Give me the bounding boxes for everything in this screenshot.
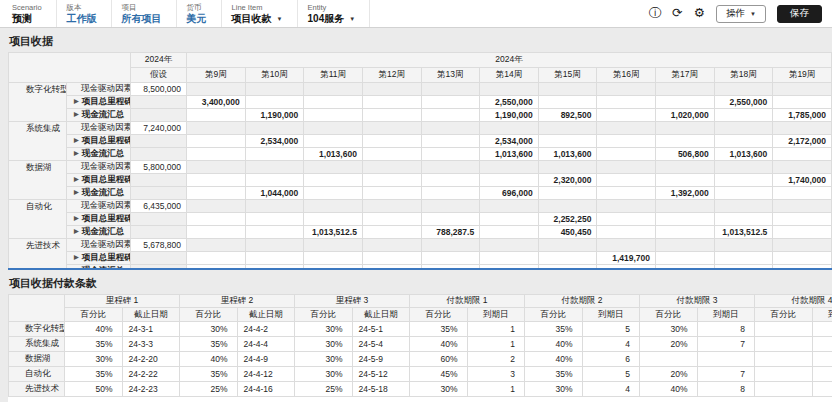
term-cell[interactable]: [755, 322, 813, 337]
week-cell[interactable]: [656, 161, 715, 174]
week-cell[interactable]: [421, 239, 480, 252]
assumption-cell[interactable]: 6,435,000: [131, 200, 187, 213]
week-cell[interactable]: 1,013,600: [304, 148, 363, 161]
week-cell[interactable]: [597, 83, 656, 96]
expand-icon[interactable]: ▶: [74, 137, 79, 143]
week-cell[interactable]: [773, 252, 832, 265]
week-cell[interactable]: [245, 252, 304, 265]
week-cell[interactable]: 2,534,000: [480, 135, 539, 148]
assumption-cell[interactable]: 5,678,800: [131, 239, 187, 252]
week-cell[interactable]: [187, 161, 246, 174]
week-cell[interactable]: 2,550,000: [480, 96, 539, 109]
week-cell[interactable]: [480, 239, 539, 252]
term-cell[interactable]: [755, 352, 813, 367]
week-cell[interactable]: [480, 122, 539, 135]
term-cell[interactable]: 24-4-12: [237, 367, 295, 382]
week-cell[interactable]: [245, 96, 304, 109]
info-icon[interactable]: ⓘ: [649, 7, 662, 20]
week-cell[interactable]: [362, 239, 421, 252]
week-cell[interactable]: [714, 213, 773, 226]
week-cell[interactable]: [538, 200, 597, 213]
term-cell[interactable]: 24-4-16: [237, 382, 295, 397]
week-cell[interactable]: [480, 83, 539, 96]
expand-icon[interactable]: ▶: [74, 111, 79, 117]
expand-icon[interactable]: ▶: [74, 215, 79, 221]
expand-icon[interactable]: ▶: [74, 267, 79, 268]
week-cell[interactable]: [245, 174, 304, 187]
expand-icon[interactable]: ▶: [74, 189, 79, 195]
filter-entity[interactable]: Entity104服务▼: [298, 0, 371, 27]
week-cell[interactable]: 2,252,250: [538, 213, 597, 226]
week-cell[interactable]: [773, 187, 832, 200]
week-cell[interactable]: [773, 122, 832, 135]
term-cell[interactable]: 24-5-18: [352, 382, 410, 397]
term-cell[interactable]: 24-3-1: [122, 322, 180, 337]
term-cell[interactable]: 40%: [525, 337, 583, 352]
expand-icon[interactable]: ▶: [74, 98, 79, 104]
term-cell[interactable]: 30%: [295, 352, 353, 367]
week-cell[interactable]: [421, 174, 480, 187]
term-cell[interactable]: 2: [467, 352, 525, 367]
week-cell[interactable]: [421, 83, 480, 96]
term-cell[interactable]: 24-2-20: [122, 352, 180, 367]
week-cell[interactable]: [187, 83, 246, 96]
assumption-cell[interactable]: 5,800,000: [131, 161, 187, 174]
week-cell[interactable]: [245, 239, 304, 252]
week-cell[interactable]: [597, 109, 656, 122]
week-cell[interactable]: [480, 252, 539, 265]
term-cell[interactable]: 30%: [180, 322, 238, 337]
term-cell[interactable]: [755, 382, 813, 397]
term-cell[interactable]: 25%: [180, 382, 238, 397]
week-cell[interactable]: [362, 122, 421, 135]
term-cell[interactable]: 8: [697, 382, 755, 397]
week-cell[interactable]: [421, 109, 480, 122]
term-cell[interactable]: 1: [467, 337, 525, 352]
week-cell[interactable]: [714, 109, 773, 122]
term-cell[interactable]: 40%: [180, 352, 238, 367]
week-cell[interactable]: [773, 148, 832, 161]
week-cell[interactable]: [245, 83, 304, 96]
week-cell[interactable]: [538, 122, 597, 135]
term-cell[interactable]: 24-5-9: [352, 352, 410, 367]
week-cell[interactable]: 1,190,000: [480, 109, 539, 122]
expand-icon[interactable]: ▶: [74, 228, 79, 234]
week-cell[interactable]: [773, 213, 832, 226]
week-cell[interactable]: [714, 252, 773, 265]
week-cell[interactable]: [597, 148, 656, 161]
term-cell[interactable]: 4: [582, 337, 640, 352]
assumption-cell[interactable]: [131, 252, 187, 265]
term-cell[interactable]: 35%: [410, 322, 468, 337]
week-cell[interactable]: [773, 83, 832, 96]
week-cell[interactable]: [304, 135, 363, 148]
week-cell[interactable]: [245, 226, 304, 239]
week-cell[interactable]: [187, 239, 246, 252]
term-cell[interactable]: 35%: [65, 367, 123, 382]
week-cell[interactable]: 2,534,000: [245, 135, 304, 148]
week-cell[interactable]: [538, 83, 597, 96]
week-cell[interactable]: 1,013,600: [714, 148, 773, 161]
assumption-cell[interactable]: [131, 226, 187, 239]
week-cell[interactable]: 506,800: [656, 148, 715, 161]
term-cell[interactable]: 20%: [640, 367, 698, 382]
week-cell[interactable]: 1,013,600: [538, 148, 597, 161]
term-cell[interactable]: 40%: [65, 322, 123, 337]
term-cell[interactable]: [812, 352, 832, 367]
term-cell[interactable]: 24-5-12: [352, 367, 410, 382]
week-cell[interactable]: [480, 226, 539, 239]
term-cell[interactable]: [812, 322, 832, 337]
term-cell[interactable]: 35%: [65, 337, 123, 352]
term-cell[interactable]: 24-5-1: [352, 322, 410, 337]
week-cell[interactable]: [656, 122, 715, 135]
week-cell[interactable]: [480, 213, 539, 226]
week-cell[interactable]: 1,013,600: [480, 148, 539, 161]
week-cell[interactable]: [187, 174, 246, 187]
week-cell[interactable]: 1,419,700: [597, 252, 656, 265]
term-cell[interactable]: 40%: [640, 382, 698, 397]
assumption-cell[interactable]: [131, 96, 187, 109]
term-cell[interactable]: 4: [582, 382, 640, 397]
week-cell[interactable]: 2,172,000: [773, 135, 832, 148]
term-cell[interactable]: [755, 337, 813, 352]
week-cell[interactable]: [597, 96, 656, 109]
week-cell[interactable]: [187, 200, 246, 213]
week-cell[interactable]: 1,020,000: [656, 109, 715, 122]
